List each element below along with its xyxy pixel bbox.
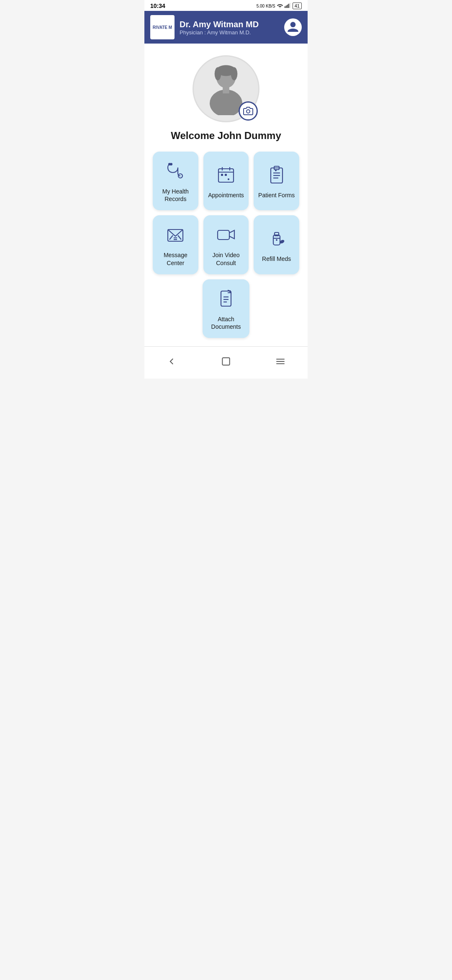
- message-center-button[interactable]: Message Center: [153, 215, 198, 274]
- appointments-label: Appointments: [208, 191, 244, 199]
- doctor-name: Dr. Amy Witman MD: [180, 19, 279, 29]
- navigation-bar: [144, 346, 308, 379]
- join-video-consult-label: Join VideoConsult: [212, 251, 239, 266]
- svg-point-5: [290, 22, 296, 27]
- envelope-icon: [165, 224, 185, 246]
- svg-rect-24: [225, 178, 227, 180]
- appointments-button[interactable]: Appointments: [203, 152, 249, 210]
- menu-grid: My HealthRecords: [151, 152, 301, 210]
- message-center-label: Message Center: [157, 251, 194, 266]
- svg-point-10: [210, 90, 242, 115]
- svg-rect-20: [221, 174, 223, 176]
- health-records-label: My HealthRecords: [162, 188, 189, 203]
- svg-rect-41: [221, 291, 231, 306]
- refill-meds-label: Refill Meds: [262, 255, 291, 263]
- attach-documents-label: AttachDocuments: [211, 315, 241, 330]
- battery-icon: 41: [293, 3, 302, 9]
- svg-point-15: [170, 163, 172, 165]
- stethoscope-icon: [165, 161, 185, 183]
- signal-icon: [285, 3, 291, 9]
- doctor-subtitle: Physician : Amy Witman M.D.: [180, 29, 279, 36]
- health-records-button[interactable]: My HealthRecords: [153, 152, 198, 210]
- video-icon: [216, 224, 236, 246]
- attach-documents-button[interactable]: AttachDocuments: [203, 279, 250, 338]
- wifi-icon: [277, 3, 283, 9]
- svg-rect-35: [218, 230, 229, 240]
- svg-point-12: [247, 110, 250, 113]
- network-speed: 5.00 KB/S: [257, 4, 275, 8]
- main-content: Welcome John Dummy My HealthRecords: [144, 44, 308, 346]
- svg-rect-0: [285, 6, 285, 8]
- status-bar: 10:34 5.00 KB/S 41: [144, 0, 308, 11]
- calendar-icon: [216, 165, 236, 186]
- svg-line-31: [170, 235, 173, 240]
- back-button[interactable]: [156, 353, 187, 370]
- svg-point-8: [215, 67, 221, 80]
- status-icons: 5.00 KB/S 41: [257, 3, 302, 9]
- svg-point-9: [231, 67, 238, 80]
- svg-line-32: [178, 235, 181, 240]
- svg-rect-3: [288, 4, 289, 8]
- svg-rect-4: [290, 3, 290, 8]
- status-time: 10:34: [150, 3, 165, 9]
- svg-rect-2: [287, 5, 288, 8]
- attach-icon: [216, 289, 236, 310]
- clipboard-icon: [267, 165, 287, 186]
- patient-forms-label: Patient Forms: [258, 191, 295, 199]
- svg-rect-11: [223, 86, 229, 93]
- welcome-text: Welcome John Dummy: [171, 130, 281, 142]
- join-video-consult-button[interactable]: Join VideoConsult: [203, 215, 249, 274]
- svg-rect-45: [222, 358, 229, 365]
- logo-text: RIVATE M: [153, 25, 172, 30]
- svg-rect-21: [225, 174, 227, 176]
- svg-rect-22: [229, 174, 231, 176]
- svg-rect-1: [286, 5, 287, 8]
- svg-rect-23: [221, 178, 223, 180]
- home-button[interactable]: [211, 353, 241, 370]
- app-header: RIVATE M Dr. Amy Witman MD Physician : A…: [144, 11, 308, 44]
- medicine-icon: [267, 228, 287, 250]
- menu-grid-row3: AttachDocuments: [151, 279, 301, 338]
- header-info: Dr. Amy Witman MD Physician : Amy Witman…: [180, 19, 279, 36]
- profile-photo-container: [193, 55, 259, 122]
- menu-button[interactable]: [265, 353, 296, 370]
- logo: RIVATE M: [150, 15, 175, 39]
- camera-button[interactable]: [239, 101, 258, 121]
- refill-meds-button[interactable]: Refill Meds: [254, 215, 299, 274]
- account-avatar-button[interactable]: [284, 18, 302, 36]
- menu-grid-row2: Message Center Join VideoConsult: [151, 215, 301, 274]
- patient-forms-button[interactable]: Patient Forms: [254, 152, 299, 210]
